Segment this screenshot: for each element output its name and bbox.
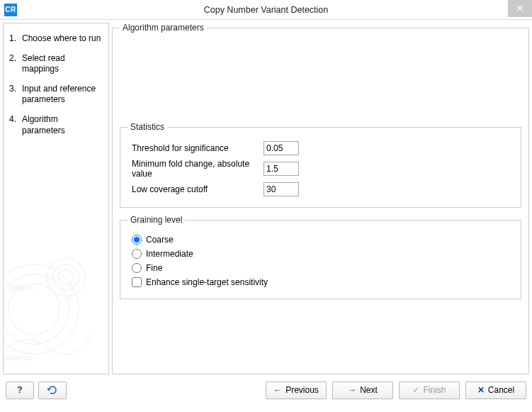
- window-title: Copy Number Variant Detection: [0, 5, 532, 15]
- enhance-sensitivity-row[interactable]: Enhance single-target sensitivity: [132, 277, 514, 287]
- x-icon: [477, 386, 485, 394]
- graining-fine-row[interactable]: Fine: [132, 263, 514, 273]
- wizard-body: Choose where to run Select read mappings…: [0, 20, 532, 374]
- titlebar: CR Copy Number Variant Detection ✕: [0, 0, 532, 20]
- cancel-button[interactable]: Cancel: [465, 382, 526, 399]
- wizard-steps-sidebar: Choose where to run Select read mappings…: [3, 23, 109, 374]
- threshold-input[interactable]: [264, 141, 299, 155]
- app-icon: CR: [4, 4, 17, 16]
- svg-point-0: [3, 265, 79, 354]
- help-icon: ?: [17, 385, 22, 395]
- svg-point-5: [58, 269, 74, 285]
- help-button[interactable]: ?: [6, 382, 34, 399]
- reset-icon: [47, 385, 58, 395]
- next-button[interactable]: Next: [332, 382, 393, 399]
- next-label: Next: [360, 385, 378, 395]
- step-input-reference-parameters[interactable]: Input and reference parameters: [8, 79, 104, 110]
- graining-coarse-radio[interactable]: [132, 235, 142, 245]
- enhance-sensitivity-label: Enhance single-target sensitivity: [146, 277, 268, 287]
- svg-text:0110100101: 0110100101: [3, 355, 31, 362]
- svg-point-4: [53, 265, 79, 290]
- graining-intermediate-row[interactable]: Intermediate: [132, 249, 514, 259]
- svg-point-1: [3, 274, 69, 345]
- lowcov-input[interactable]: [264, 182, 299, 196]
- wizard-button-bar: ? Previous Next Finish Cancel: [0, 374, 532, 406]
- graining-coarse-row[interactable]: Coarse: [132, 235, 514, 245]
- graining-legend: Graining level: [128, 215, 185, 225]
- svg-point-2: [9, 284, 60, 335]
- graining-fine-radio[interactable]: [132, 263, 142, 273]
- reset-button[interactable]: [38, 382, 67, 399]
- finish-button[interactable]: Finish: [399, 382, 460, 399]
- close-button[interactable]: ✕: [508, 0, 532, 17]
- algorithm-parameters-group: Algorithm parameters Statistics Threshol…: [112, 23, 529, 374]
- arrow-right-icon: [348, 386, 356, 394]
- graining-intermediate-label: Intermediate: [146, 249, 193, 259]
- graining-intermediate-radio[interactable]: [132, 249, 142, 259]
- svg-text:1001011: 1001011: [9, 284, 33, 291]
- step-select-read-mappings[interactable]: Select read mappings: [8, 49, 104, 79]
- minfold-input[interactable]: [264, 162, 299, 176]
- wizard-content: Algorithm parameters Statistics Threshol…: [112, 23, 529, 374]
- minfold-label: Minimum fold change, absolute value: [128, 159, 264, 179]
- check-icon: [412, 386, 419, 394]
- lowcov-label: Low coverage cutoff: [128, 184, 264, 194]
- decorative-spiral: 0110100101 1001011: [3, 225, 109, 374]
- previous-button[interactable]: Previous: [266, 382, 327, 399]
- arrow-left-icon: [273, 386, 282, 394]
- algorithm-parameters-legend: Algorithm parameters: [120, 23, 207, 33]
- cancel-label: Cancel: [488, 385, 514, 395]
- step-algorithm-parameters[interactable]: Algorithm parameters: [8, 110, 104, 140]
- svg-point-3: [47, 258, 85, 296]
- graining-level-group: Graining level Coarse Intermediate Fine: [120, 215, 521, 299]
- statistics-legend: Statistics: [128, 122, 167, 132]
- close-icon: ✕: [516, 3, 524, 14]
- step-choose-where-to-run[interactable]: Choose where to run: [8, 29, 104, 49]
- previous-label: Previous: [285, 385, 319, 395]
- finish-label: Finish: [423, 385, 446, 395]
- enhance-sensitivity-checkbox[interactable]: [132, 277, 142, 287]
- statistics-group: Statistics Threshold for significance Mi…: [120, 122, 521, 208]
- graining-coarse-label: Coarse: [146, 235, 174, 245]
- threshold-label: Threshold for significance: [128, 143, 264, 153]
- graining-fine-label: Fine: [146, 263, 162, 273]
